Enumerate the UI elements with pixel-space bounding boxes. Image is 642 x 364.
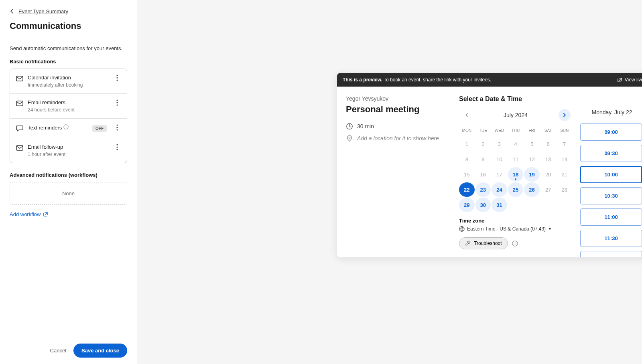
clock-icon — [346, 123, 353, 130]
chat-icon — [16, 124, 24, 132]
location-placeholder: Add a location for it to show here — [357, 135, 439, 142]
host-name: Yegor Yevsyukov — [346, 95, 441, 102]
notification-subtitle: 1 hour after event — [28, 152, 109, 157]
time-slot[interactable]: 10:00 — [580, 166, 642, 183]
mail-icon — [16, 144, 24, 152]
calendar-day: 28 — [557, 182, 572, 197]
calendar-day: 5 — [524, 137, 540, 151]
notification-title: Text reminders — [28, 124, 88, 131]
timezone-label: Time zone — [459, 218, 572, 224]
calendar-day[interactable]: 29 — [459, 198, 475, 212]
notification-texts: Text reminders — [28, 124, 88, 131]
calendar-day[interactable]: 31 — [492, 198, 507, 212]
time-slot[interactable]: 11:30 — [580, 230, 642, 247]
svg-point-16 — [116, 149, 118, 150]
calendar-day[interactable]: 25 — [508, 182, 524, 197]
svg-point-1 — [116, 75, 118, 76]
calendar-day: 27 — [540, 182, 556, 197]
svg-point-18 — [349, 137, 350, 138]
svg-point-11 — [116, 127, 118, 128]
notification-subtitle: 24 hours before event — [28, 107, 109, 113]
chevron-down-icon: ▼ — [548, 227, 552, 231]
kebab-menu-icon[interactable] — [113, 99, 121, 106]
preview-banner-text: This is a preview. To book an event, sha… — [343, 77, 491, 83]
notification-row[interactable]: Email reminders24 hours before event — [10, 94, 127, 119]
calendar-day: 20 — [540, 167, 556, 182]
troubleshoot-button[interactable]: Troubleshoot — [459, 237, 508, 249]
calendar-day: 16 — [475, 167, 491, 182]
calendar: July 2024 MONTUEWEDTHUFRISATSUN123456789… — [459, 109, 572, 257]
calendar-day: 4 — [508, 137, 524, 151]
mail-icon — [16, 99, 24, 107]
mail-icon — [16, 75, 24, 83]
event-title: Personal meeting — [346, 104, 441, 115]
calendar-day: 9 — [475, 152, 491, 166]
calendar-day: 15 — [459, 167, 475, 182]
preview-banner-strong: This is a preview. — [343, 77, 382, 83]
sidebar-body: Send automatic communications for your e… — [0, 38, 137, 337]
calendar-day: 17 — [492, 167, 507, 182]
view-live-label: View live page — [625, 77, 642, 83]
calendar-day[interactable]: 23 — [475, 182, 491, 197]
off-badge: OFF — [92, 125, 107, 132]
kebab-menu-icon[interactable] — [113, 124, 121, 131]
notification-row[interactable]: Email follow-up1 hour after event — [10, 138, 127, 163]
svg-point-21 — [514, 242, 515, 243]
advanced-notifications-label: Advanced notifications (workflows) — [10, 172, 127, 178]
calendar-day[interactable]: 30 — [475, 198, 491, 212]
time-slot[interactable]: 11:00 — [580, 208, 642, 226]
view-live-link[interactable]: View live page — [617, 77, 642, 83]
troubleshoot-row: Troubleshoot — [459, 237, 572, 249]
next-month-button[interactable] — [559, 109, 571, 121]
time-slots-column: Monday, July 22 09:0009:3010:0010:3011:0… — [580, 109, 642, 257]
kebab-menu-icon[interactable] — [113, 75, 121, 81]
prev-month-button[interactable] — [461, 109, 473, 121]
page-title: Communications — [10, 21, 127, 31]
svg-point-15 — [116, 146, 118, 148]
calendar-day: 6 — [540, 137, 556, 151]
add-workflow-label: Add workflow — [10, 211, 41, 217]
svg-point-2 — [116, 77, 118, 78]
save-button[interactable]: Save and close — [73, 344, 127, 358]
calendar-day: 7 — [557, 137, 572, 151]
time-slot[interactable]: 10:30 — [580, 187, 642, 204]
calendar-month: July 2024 — [504, 112, 528, 118]
svg-rect-4 — [16, 101, 23, 106]
svg-point-14 — [116, 144, 118, 145]
duration-value: 30 min — [357, 123, 374, 129]
info-icon[interactable] — [512, 241, 518, 247]
preview-area: This is a preview. To book an event, sha… — [137, 0, 642, 364]
notification-texts: Calendar invitationImmediately after boo… — [28, 75, 109, 88]
calendar-day: 2 — [475, 137, 491, 151]
kebab-menu-icon[interactable] — [113, 144, 121, 150]
time-slot[interactable]: 09:00 — [580, 123, 642, 141]
add-workflow-link[interactable]: Add workflow — [10, 211, 48, 217]
svg-point-5 — [116, 99, 118, 101]
notification-texts: Email reminders24 hours before event — [28, 99, 109, 113]
timezone-selector[interactable]: Eastern Time - US & Canada (07:43) ▼ — [459, 226, 572, 232]
time-slot[interactable]: 09:30 — [580, 145, 642, 162]
duration-row: 30 min — [346, 123, 441, 130]
calendar-day[interactable]: 22 — [459, 182, 475, 197]
svg-rect-0 — [16, 76, 23, 81]
calendar-day[interactable]: 24 — [492, 182, 507, 197]
notification-row[interactable]: Calendar invitationImmediately after boo… — [10, 69, 127, 94]
notification-title: Email follow-up — [28, 144, 109, 150]
time-slots-list[interactable]: 09:0009:3010:0010:3011:0011:3012:00 — [580, 123, 642, 257]
workflows-empty: None — [10, 182, 127, 205]
location-row: Add a location for it to show here — [346, 135, 441, 142]
back-link[interactable]: Event Type Summary — [10, 8, 68, 14]
notification-row[interactable]: Text remindersOFF — [10, 119, 127, 138]
calendar-day[interactable]: 19 — [524, 167, 540, 182]
page-description: Send automatic communications for your e… — [10, 45, 127, 51]
calendar-day[interactable]: 18 — [508, 167, 524, 182]
globe-icon — [459, 226, 465, 232]
calendar-day[interactable]: 26 — [524, 182, 540, 197]
time-slot[interactable]: 12:00 — [580, 251, 642, 257]
calendar-day: 14 — [557, 152, 572, 166]
calendar-day: 8 — [459, 152, 475, 166]
calendar-day-of-week: TUE — [475, 126, 491, 136]
calendar-day-of-week: WED — [492, 126, 507, 136]
cancel-button[interactable]: Cancel — [50, 348, 66, 354]
calendar-day: 1 — [459, 137, 475, 151]
